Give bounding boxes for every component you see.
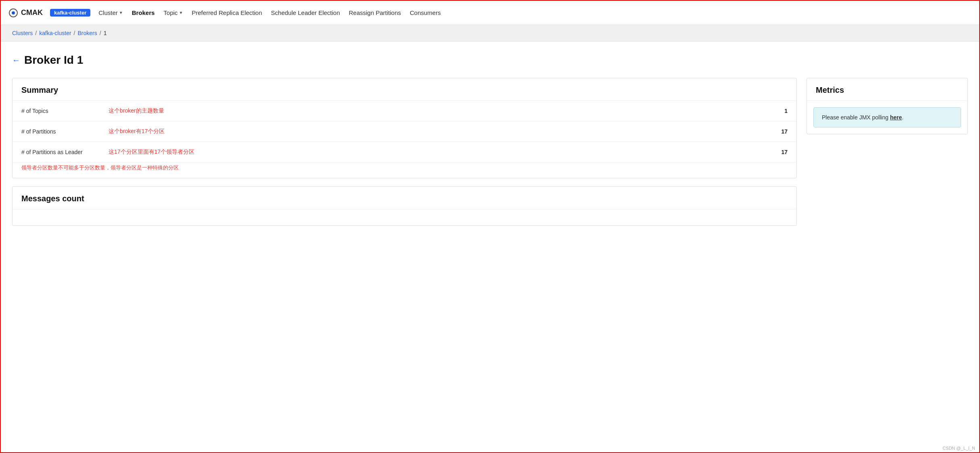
leader-partitions-value: 17 xyxy=(775,149,788,155)
cluster-badge[interactable]: kafka-cluster xyxy=(50,9,90,17)
main-column: Summary # of Topics 这个broker的主题数量 1 # of… xyxy=(12,78,797,234)
footer-note: CSDN @_L_I_N xyxy=(942,446,975,451)
summary-card-header: Summary xyxy=(13,78,796,101)
breadcrumb: Clusters / kafka-cluster / Brokers / 1 xyxy=(1,25,979,42)
breadcrumb-broker-id: 1 xyxy=(104,30,107,36)
nav-preferred-replica-election[interactable]: Preferred Replica Election xyxy=(191,8,263,18)
nav-schedule-leader-election[interactable]: Schedule Leader Election xyxy=(270,8,341,18)
nav-topic[interactable]: Topic ▼ xyxy=(163,8,184,18)
navbar: CMAK kafka-cluster Cluster ▼ Brokers Top… xyxy=(1,1,979,25)
page-content: ← Broker Id 1 Summary # of Topics 这个brok… xyxy=(1,42,979,242)
messages-count-title: Messages count xyxy=(21,194,84,203)
metrics-alert: Please enable JMX polling here. xyxy=(813,107,961,127)
summary-note: 领导者分区数量不可能多于分区数量，领导者分区是一种特殊的分区 xyxy=(13,163,796,178)
brand-icon xyxy=(9,8,18,17)
summary-row-partitions: # of Partitions 这个broker有17个分区 17 xyxy=(13,121,796,142)
nav-consumers[interactable]: Consumers xyxy=(409,8,442,18)
partitions-annotation: 这个broker有17个分区 xyxy=(109,128,769,135)
topics-label: # of Topics xyxy=(21,108,102,114)
brand-name: CMAK xyxy=(21,8,43,17)
summary-row-topics: # of Topics 这个broker的主题数量 1 xyxy=(13,101,796,121)
breadcrumb-kafka-cluster[interactable]: kafka-cluster xyxy=(39,30,71,36)
topics-value: 1 xyxy=(775,108,788,114)
summary-card-body: # of Topics 这个broker的主题数量 1 # of Partiti… xyxy=(13,101,796,178)
brand: CMAK xyxy=(9,8,43,17)
nav-cluster[interactable]: Cluster ▼ xyxy=(98,8,123,18)
breadcrumb-sep-1: / xyxy=(35,30,37,36)
topic-dropdown-arrow: ▼ xyxy=(179,10,183,15)
main-columns: Summary # of Topics 这个broker的主题数量 1 # of… xyxy=(12,78,968,234)
breadcrumb-sep-3: / xyxy=(100,30,101,36)
leader-partitions-annotation: 这17个分区里面有17个领导者分区 xyxy=(109,148,769,156)
metrics-card-header: Metrics xyxy=(807,78,967,101)
partitions-value: 17 xyxy=(775,128,788,135)
breadcrumb-brokers[interactable]: Brokers xyxy=(78,30,97,36)
leader-partitions-label: # of Partitions as Leader xyxy=(21,149,102,155)
metrics-alert-suffix: . xyxy=(902,114,903,121)
page-title-row: ← Broker Id 1 xyxy=(12,54,968,67)
topics-annotation: 这个broker的主题数量 xyxy=(109,107,769,115)
metrics-alert-link[interactable]: here xyxy=(890,114,902,121)
metrics-title: Metrics xyxy=(816,86,844,94)
breadcrumb-sep-2: / xyxy=(74,30,75,36)
page-title: Broker Id 1 xyxy=(24,54,83,67)
nav-reassign-partitions[interactable]: Reassign Partitions xyxy=(348,8,402,18)
messages-count-card: Messages count xyxy=(12,186,797,226)
summary-card: Summary # of Topics 这个broker的主题数量 1 # of… xyxy=(12,78,797,178)
metrics-alert-text: Please enable JMX polling xyxy=(822,114,890,121)
metrics-card-body: Please enable JMX polling here. xyxy=(807,107,967,127)
messages-count-body xyxy=(13,209,796,225)
svg-point-2 xyxy=(13,12,14,14)
side-column: Metrics Please enable JMX polling here. xyxy=(807,78,968,142)
summary-title: Summary xyxy=(21,86,58,94)
back-arrow[interactable]: ← xyxy=(12,56,20,65)
nav-brokers[interactable]: Brokers xyxy=(131,8,156,18)
messages-count-header: Messages count xyxy=(13,187,796,209)
partitions-label: # of Partitions xyxy=(21,128,102,135)
metrics-card: Metrics Please enable JMX polling here. xyxy=(807,78,968,134)
breadcrumb-clusters[interactable]: Clusters xyxy=(12,30,33,36)
cluster-dropdown-arrow: ▼ xyxy=(119,10,123,15)
summary-row-leader-partitions: # of Partitions as Leader 这17个分区里面有17个领导… xyxy=(13,142,796,163)
